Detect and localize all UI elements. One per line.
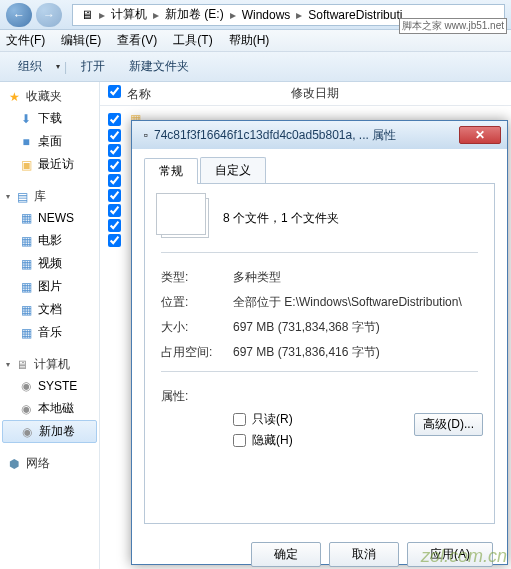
star-icon: ★ (6, 89, 22, 105)
cancel-button[interactable]: 取消 (329, 542, 399, 567)
sidebar-item-videos[interactable]: ▦视频 (0, 252, 99, 275)
row-checkbox[interactable] (108, 219, 121, 232)
tab-content: 8 个文件，1 个文件夹 类型:多种类型 位置:全部位于 E:\Windows\… (144, 184, 495, 524)
row-checkbox[interactable] (108, 234, 121, 247)
row-checkbox[interactable] (108, 204, 121, 217)
files-stack-icon (161, 198, 209, 238)
sidebar-item-label: 下载 (38, 110, 62, 127)
sidebar-item-label: 图片 (38, 278, 62, 295)
sidebar-item-downloads[interactable]: ⬇下载 (0, 107, 99, 130)
type-label: 类型: (161, 269, 233, 286)
menu-help[interactable]: 帮助(H) (229, 32, 270, 49)
breadcrumb-item[interactable]: Windows (238, 8, 295, 22)
computer-icon: 🖥 (14, 357, 30, 373)
sidebar-item-drive-c[interactable]: ◉SYSTE (0, 375, 99, 397)
column-header: 名称 修改日期 (100, 82, 511, 106)
network-icon: ⬢ (6, 456, 22, 472)
open-button[interactable]: 打开 (71, 54, 115, 79)
breadcrumb-item[interactable]: SoftwareDistributi (304, 8, 406, 22)
music-icon: ▦ (18, 325, 34, 341)
folder-icon: ▦ (18, 210, 34, 226)
computer-icon: 🖥 (77, 8, 97, 22)
new-folder-button[interactable]: 新建文件夹 (119, 54, 199, 79)
nav-forward-button[interactable]: → (36, 3, 62, 27)
arrow-right-icon: → (43, 8, 55, 22)
sidebar-group-label: 网络 (26, 455, 50, 472)
chevron-down-icon: ▾ (6, 192, 10, 201)
library-icon: ▤ (14, 189, 30, 205)
tab-custom[interactable]: 自定义 (200, 157, 266, 183)
drive-icon: ◉ (18, 378, 34, 394)
dialog-title: 74c81f3f16646f1c13dfd4c0ad5b801a, ... 属性 (154, 127, 459, 144)
location-value: 全部位于 E:\Windows\SoftwareDistribution\ (233, 294, 478, 311)
sidebar-item-label: 视频 (38, 255, 62, 272)
nav-back-button[interactable]: ← (6, 3, 32, 27)
readonly-checkbox[interactable] (233, 413, 246, 426)
column-name[interactable]: 名称 (127, 87, 151, 101)
advanced-button[interactable]: 高级(D)... (414, 413, 483, 436)
hidden-checkbox[interactable] (233, 434, 246, 447)
drive-icon: ◉ (19, 424, 35, 440)
properties-dialog: ▫ 74c81f3f16646f1c13dfd4c0ad5b801a, ... … (131, 120, 508, 565)
tab-strip: 常规 自定义 (144, 157, 495, 184)
ok-button[interactable]: 确定 (251, 542, 321, 567)
readonly-label: 只读(R) (252, 411, 293, 428)
sidebar-group-libraries[interactable]: ▾▤库 (0, 186, 99, 207)
sidebar-group-network[interactable]: ⬢网络 (0, 453, 99, 474)
disk-value: 697 MB (731,836,416 字节) (233, 344, 478, 361)
sidebar-item-news[interactable]: ▦NEWS (0, 207, 99, 229)
sidebar-group-favorites[interactable]: ★收藏夹 (0, 86, 99, 107)
chevron-down-icon: ▾ (56, 62, 60, 71)
tab-general[interactable]: 常规 (144, 158, 198, 184)
sidebar-item-label: 最近访 (38, 156, 74, 173)
toolbar: 组织▾ | 打开 新建文件夹 (0, 52, 511, 82)
desktop-icon: ■ (18, 134, 34, 150)
video-icon: ▦ (18, 256, 34, 272)
sidebar-item-label: 文档 (38, 301, 62, 318)
column-date[interactable]: 修改日期 (291, 85, 339, 102)
size-value: 697 MB (731,834,368 字节) (233, 319, 478, 336)
chevron-right-icon: ▸ (228, 8, 238, 22)
sidebar-item-drive-d[interactable]: ◉本地磁 (0, 397, 99, 420)
menu-edit[interactable]: 编辑(E) (61, 32, 101, 49)
sidebar-item-recent[interactable]: ▣最近访 (0, 153, 99, 176)
drive-icon: ◉ (18, 401, 34, 417)
sidebar-group-computer[interactable]: ▾🖥计算机 (0, 354, 99, 375)
document-icon: ▦ (18, 302, 34, 318)
organize-button[interactable]: 组织 (8, 54, 52, 79)
sidebar-item-label: 桌面 (38, 133, 62, 150)
sidebar-group-label: 计算机 (34, 356, 70, 373)
disk-label: 占用空间: (161, 344, 233, 361)
sidebar-item-desktop[interactable]: ■桌面 (0, 130, 99, 153)
select-all-checkbox[interactable] (108, 85, 121, 98)
hidden-label: 隐藏(H) (252, 432, 293, 449)
sidebar-item-label: 音乐 (38, 324, 62, 341)
close-button[interactable]: ✕ (459, 126, 501, 144)
type-value: 多种类型 (233, 269, 478, 286)
menu-view[interactable]: 查看(V) (117, 32, 157, 49)
sidebar-item-label: 电影 (38, 232, 62, 249)
row-checkbox[interactable] (108, 189, 121, 202)
menu-file[interactable]: 文件(F) (6, 32, 45, 49)
row-checkbox[interactable] (108, 144, 121, 157)
dialog-titlebar[interactable]: ▫ 74c81f3f16646f1c13dfd4c0ad5b801a, ... … (132, 121, 507, 149)
sidebar-group-label: 收藏夹 (26, 88, 62, 105)
sidebar-item-drive-e[interactable]: ◉新加卷 (2, 420, 97, 443)
sidebar-item-pictures[interactable]: ▦图片 (0, 275, 99, 298)
sidebar-item-movies[interactable]: ▦电影 (0, 229, 99, 252)
menu-tools[interactable]: 工具(T) (173, 32, 212, 49)
row-checkbox[interactable] (108, 113, 121, 126)
file-icon: ▫ (138, 127, 154, 143)
sidebar-item-label: SYSTE (38, 379, 77, 393)
breadcrumb-item[interactable]: 新加卷 (E:) (161, 6, 228, 23)
row-checkbox[interactable] (108, 129, 121, 142)
sidebar-item-documents[interactable]: ▦文档 (0, 298, 99, 321)
chevron-right-icon: ▸ (151, 8, 161, 22)
watermark-bottom: zol.com.cn (421, 546, 507, 567)
folder-icon: ▣ (18, 157, 34, 173)
close-icon: ✕ (475, 128, 485, 142)
breadcrumb-item[interactable]: 计算机 (107, 6, 151, 23)
sidebar-item-music[interactable]: ▦音乐 (0, 321, 99, 344)
row-checkbox[interactable] (108, 159, 121, 172)
row-checkbox[interactable] (108, 174, 121, 187)
